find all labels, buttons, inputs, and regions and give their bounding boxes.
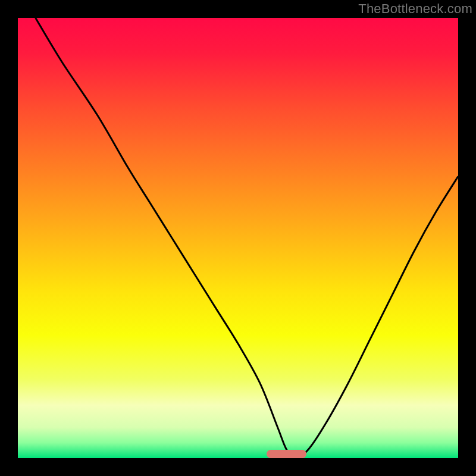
chart-frame: TheBottleneck.com	[0, 0, 476, 476]
optimal-range-marker	[267, 450, 306, 458]
gradient-background	[18, 18, 458, 458]
watermark-text: TheBottleneck.com	[358, 1, 472, 17]
plot-svg	[18, 18, 458, 458]
plot-area	[18, 18, 458, 458]
